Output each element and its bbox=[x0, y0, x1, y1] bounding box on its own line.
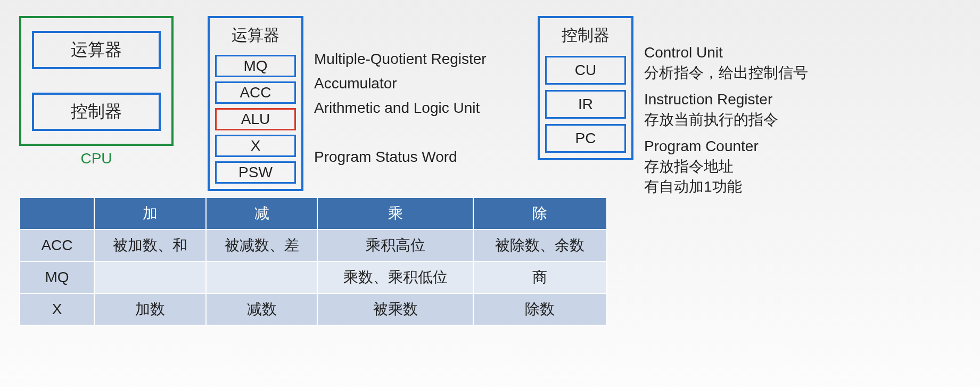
th-sub: 减 bbox=[206, 197, 318, 229]
row-x-add: 加数 bbox=[94, 293, 206, 325]
row-x-sub: 减数 bbox=[206, 293, 318, 325]
desc-psw: Program Status Word bbox=[314, 145, 487, 169]
alu-descriptions: Multiple-Quotient Register Accumulator A… bbox=[314, 47, 487, 169]
th-blank bbox=[20, 197, 94, 229]
desc-x bbox=[314, 120, 487, 145]
reg-cu: CU bbox=[545, 56, 626, 85]
controller-group: 控制器 CU IR PC bbox=[538, 16, 633, 160]
desc-cu: Control Unit 分析指令，给出控制信号 bbox=[644, 43, 808, 83]
reg-ir: IR bbox=[545, 90, 626, 119]
controller-box: 控制器 CU IR PC bbox=[538, 16, 633, 160]
desc-cu-zh: 分析指令，给出控制信号 bbox=[644, 63, 808, 83]
row-mq-mul: 乘数、乘积低位 bbox=[317, 261, 473, 293]
row-acc-name: ACC bbox=[20, 229, 94, 261]
cpu-cu-block: 控制器 bbox=[32, 93, 161, 131]
row-acc-div: 被除数、余数 bbox=[473, 229, 607, 261]
desc-acc: Accumulator bbox=[314, 71, 487, 96]
operations-table: 加 减 乘 除 ACC 被加数、和 被减数、差 乘积高位 被除数、余数 MQ 乘… bbox=[19, 197, 607, 326]
reg-psw: PSW bbox=[215, 161, 296, 184]
alu-box: 运算器 MQ ACC ALU X PSW bbox=[208, 16, 303, 191]
alu-group: 运算器 MQ ACC ALU X PSW bbox=[208, 16, 303, 191]
row-acc-sub: 被减数、差 bbox=[206, 229, 318, 261]
cpu-overview: 运算器 控制器 CPU bbox=[19, 16, 174, 167]
reg-x: X bbox=[215, 135, 296, 157]
desc-mq: Multiple-Quotient Register bbox=[314, 47, 487, 71]
desc-ir-zh: 存放当前执行的指令 bbox=[644, 110, 808, 130]
th-mul: 乘 bbox=[317, 197, 473, 229]
desc-pc-zh2: 有自动加1功能 bbox=[644, 177, 808, 197]
row-mq-sub bbox=[206, 261, 318, 293]
table-row: MQ 乘数、乘积低位 商 bbox=[20, 261, 607, 293]
desc-pc-en: Program Counter bbox=[644, 136, 808, 157]
th-div: 除 bbox=[473, 197, 607, 229]
row-x-div: 除数 bbox=[473, 293, 607, 325]
reg-acc: ACC bbox=[215, 81, 296, 104]
row-mq-name: MQ bbox=[20, 261, 94, 293]
desc-pc-zh1: 存放指令地址 bbox=[644, 157, 808, 177]
reg-pc: PC bbox=[545, 124, 626, 153]
desc-alu: Arithmetic and Logic Unit bbox=[314, 96, 487, 120]
th-add: 加 bbox=[94, 197, 206, 229]
row-x-mul: 被乘数 bbox=[317, 293, 473, 325]
cpu-caption: CPU bbox=[19, 150, 174, 167]
table-header-row: 加 减 乘 除 bbox=[20, 197, 607, 229]
row-x-name: X bbox=[20, 293, 94, 325]
row-acc-mul: 乘积高位 bbox=[317, 229, 473, 261]
reg-alu: ALU bbox=[215, 108, 296, 130]
table-row: X 加数 减数 被乘数 除数 bbox=[20, 293, 607, 325]
desc-ir: Instruction Register 存放当前执行的指令 bbox=[644, 89, 808, 130]
row-acc-add: 被加数、和 bbox=[94, 229, 206, 261]
desc-ir-en: Instruction Register bbox=[644, 89, 808, 110]
cpu-box: 运算器 控制器 bbox=[19, 16, 174, 146]
row-mq-div: 商 bbox=[473, 261, 607, 293]
desc-pc: Program Counter 存放指令地址 有自动加1功能 bbox=[644, 136, 808, 197]
desc-cu-en: Control Unit bbox=[644, 43, 808, 63]
cpu-alu-block: 运算器 bbox=[32, 31, 161, 69]
controller-descriptions: Control Unit 分析指令，给出控制信号 Instruction Reg… bbox=[644, 43, 808, 203]
reg-mq: MQ bbox=[215, 55, 296, 77]
alu-title: 运算器 bbox=[232, 23, 279, 51]
row-mq-add bbox=[94, 261, 206, 293]
table-row: ACC 被加数、和 被减数、差 乘积高位 被除数、余数 bbox=[20, 229, 607, 261]
controller-title: 控制器 bbox=[562, 23, 610, 51]
